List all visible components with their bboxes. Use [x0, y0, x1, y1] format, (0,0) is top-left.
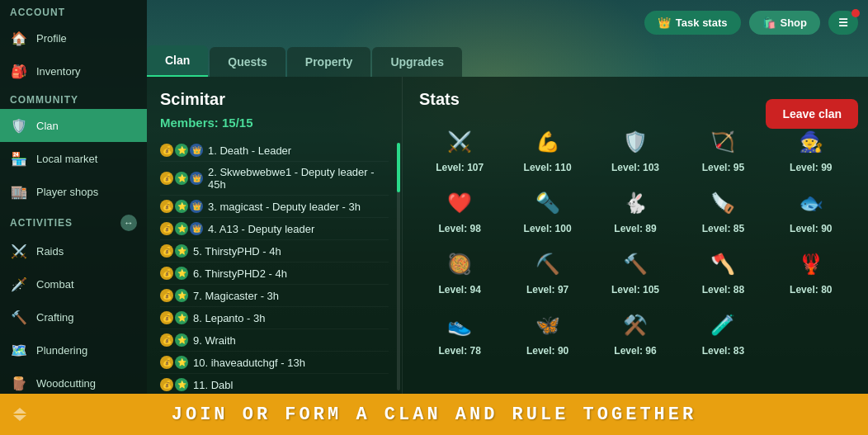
stat-item: 🦞 Level: 80: [771, 248, 851, 296]
sidebar-label-player-shops: Player shops: [36, 186, 98, 198]
badge-gold: 💰: [160, 172, 173, 185]
stat-item: 🐇 Level: 89: [595, 187, 676, 234]
scroll-bar[interactable]: [397, 143, 400, 390]
sidebar-item-plundering[interactable]: 🗺️ Plundering: [0, 333, 147, 366]
badge-gold: 💰: [160, 244, 173, 258]
stat-item: ❤️ Level: 98: [419, 187, 500, 234]
tab-quests[interactable]: Quests: [210, 47, 285, 77]
stat-icon: 🪓: [706, 248, 739, 281]
sidebar-item-player-shops[interactable]: 🏬 Player shops: [0, 175, 147, 208]
stat-icon: 🦞: [795, 248, 828, 281]
member-name: 11. Dabl: [193, 379, 389, 391]
badge-gold: 💰: [160, 378, 173, 391]
stat-icon: ⚒️: [619, 309, 652, 342]
community-section-label: Community: [0, 87, 147, 109]
banner-arrows: [13, 408, 26, 421]
badge-green: ⭐: [175, 356, 188, 369]
stat-icon: 💪: [531, 125, 564, 158]
stat-level: Level: 88: [702, 284, 744, 296]
stat-level: Level: 83: [702, 345, 744, 357]
stat-item: 🪚 Level: 85: [682, 187, 763, 234]
member-name: 3. magicast - Deputy leader - 3h: [208, 201, 389, 213]
member-name: 6. ThirstyPHD2 - 4h: [193, 267, 389, 280]
stat-item: 🥘 Level: 94: [419, 248, 500, 296]
sidebar-label-profile: Profile: [36, 32, 67, 45]
tab-clan[interactable]: Clan: [147, 45, 208, 77]
task-stats-button[interactable]: 👑 Task stats: [644, 11, 741, 35]
stat-icon: 🔦: [531, 187, 564, 220]
stat-icon: ⚔️: [443, 125, 476, 158]
badge-green: ⭐: [175, 333, 188, 347]
banner-arrow-up: [13, 408, 26, 414]
member-icons: 💰 ⭐: [160, 333, 188, 347]
stat-icon: 🐇: [619, 187, 652, 220]
stat-level: Level: 103: [611, 162, 659, 173]
member-name: 9. Wraith: [193, 334, 389, 347]
badge-green: ⭐: [175, 200, 188, 213]
shop-icon: 🛍️: [762, 17, 776, 29]
player-shops-icon: 🏬: [10, 182, 28, 201]
badge-gold: 💰: [160, 311, 173, 324]
badge-gold: 💰: [160, 267, 173, 280]
stat-item: 💪 Level: 110: [507, 125, 587, 173]
clan-icon: 🛡️: [10, 116, 28, 135]
stat-icon: 🐟: [795, 187, 828, 220]
tab-upgrades[interactable]: Upgrades: [372, 47, 462, 77]
stat-icon: 🦋: [531, 309, 564, 342]
leave-clan-button[interactable]: Leave clan: [766, 99, 858, 129]
stat-level: Level: 96: [614, 345, 656, 357]
sidebar-label-crafting: Crafting: [36, 311, 74, 324]
badge-gold: 💰: [160, 144, 173, 157]
sidebar-item-profile[interactable]: 🏠 Profile: [0, 21, 147, 54]
member-item: 💰 ⭐ 👑 3. magicast - Deputy leader - 3h: [160, 196, 389, 218]
sidebar-item-crafting[interactable]: 🔨 Crafting: [0, 300, 147, 333]
activities-section-label: Activities: [10, 217, 73, 229]
badge-green: ⭐: [175, 289, 188, 302]
stat-item: 🦋 Level: 90: [507, 309, 587, 357]
banner-text: JOIN OR FORM A CLAN AND RULE TOGETHER: [172, 404, 696, 425]
sidebar-item-combat[interactable]: 🗡️ Combat: [0, 267, 147, 300]
sidebar-item-inventory[interactable]: 🎒 Inventory: [0, 54, 147, 87]
activities-toggle[interactable]: ↔: [120, 215, 137, 231]
stat-level: Level: 94: [439, 284, 481, 296]
badge-blue: 👑: [190, 144, 203, 157]
badge-green: ⭐: [175, 172, 188, 185]
member-icons: 💰 ⭐: [160, 311, 188, 324]
stat-icon: 🔨: [619, 248, 652, 281]
stat-level: Level: 97: [526, 284, 568, 296]
stat-level: Level: 78: [439, 345, 481, 357]
stat-item: ⚒️ Level: 96: [595, 309, 676, 357]
stat-level: Level: 105: [611, 284, 659, 296]
plundering-icon: 🗺️: [10, 341, 28, 359]
member-name: 1. Death - Leader: [208, 144, 389, 157]
tab-property[interactable]: Property: [287, 47, 371, 77]
clan-name: Scimitar: [160, 90, 389, 109]
combat-icon: 🗡️: [10, 275, 28, 293]
stat-item: 🧙 Level: 99: [771, 125, 851, 173]
stat-icon: 🧙: [795, 125, 828, 158]
banner-arrow-down: [13, 415, 26, 421]
stat-item: ⛏️ Level: 97: [507, 248, 587, 296]
sidebar-item-raids[interactable]: ⚔️ Raids: [0, 234, 147, 267]
clan-panel: Scimitar Members: 15/15 💰 ⭐ 👑 1. Death -…: [147, 77, 403, 394]
shop-button[interactable]: 🛍️ Shop: [749, 11, 821, 35]
menu-button[interactable]: ☰: [828, 11, 858, 35]
member-item: 💰 ⭐ 11. Dabl: [160, 374, 389, 394]
badge-gold: 💰: [160, 333, 173, 347]
account-section-label: Account: [0, 0, 147, 21]
sidebar-label-combat: Combat: [36, 278, 74, 291]
sidebar-label-woodcutting: Woodcutting: [36, 377, 96, 390]
main-content: Clan Quests Property Upgrades Scimitar M…: [147, 0, 868, 394]
member-item: 💰 ⭐ 👑 4. A13 - Deputy leader: [160, 218, 389, 240]
member-icons: 💰 ⭐: [160, 267, 188, 280]
sidebar-item-clan[interactable]: 🛡️ Clan: [0, 109, 147, 142]
members-count: Members: 15/15: [160, 116, 389, 130]
member-item: 💰 ⭐ 8. Lepanto - 3h: [160, 307, 389, 329]
stat-item: 🔦 Level: 100: [507, 187, 587, 234]
stats-grid: ⚔️ Level: 107 💪 Level: 110 🛡️ Level: 103…: [419, 125, 851, 357]
badge-green: ⭐: [175, 144, 188, 157]
member-name: 8. Lepanto - 3h: [193, 312, 389, 324]
stat-icon: 🥘: [443, 248, 476, 281]
sidebar-item-local-market[interactable]: 🏪 Local market: [0, 142, 147, 175]
activities-header: Activities ↔: [0, 208, 147, 234]
